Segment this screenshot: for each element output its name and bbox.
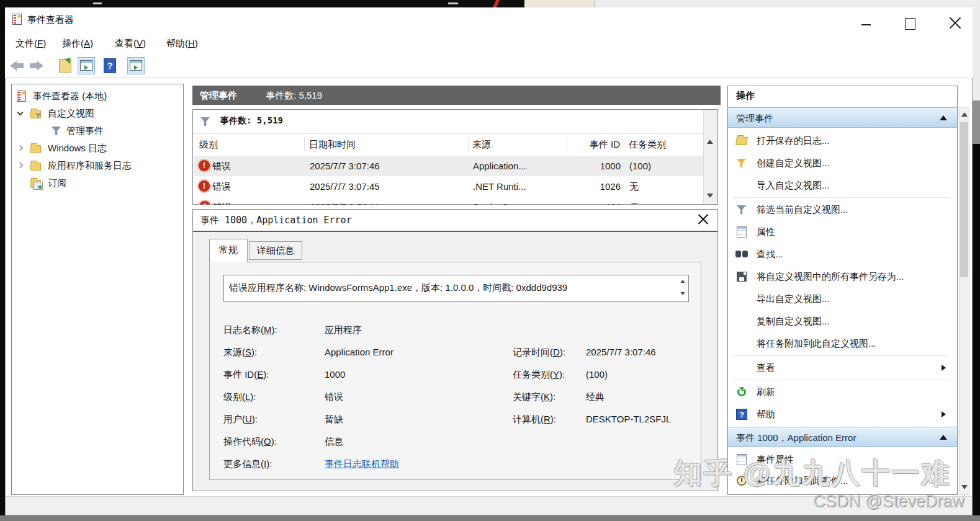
console-tree-icon bbox=[80, 60, 92, 71]
scroll-up-icon[interactable] bbox=[681, 280, 685, 283]
event-row[interactable]: 错误 2025/7/7 3:07:46 Application... 1000 … bbox=[194, 156, 704, 176]
tree-item-label: 订阅 bbox=[48, 175, 66, 191]
action-attach-task-to-custom-view[interactable]: 将任务附加到此自定义视图... bbox=[728, 332, 957, 355]
cell-source: Application... bbox=[473, 156, 526, 176]
action-view[interactable]: 查看 bbox=[728, 357, 957, 379]
field-value-user: 暂缺 bbox=[325, 414, 343, 425]
view-title: 管理事件 bbox=[200, 90, 237, 100]
separator bbox=[733, 197, 949, 198]
title-bar[interactable] bbox=[5, 7, 973, 32]
show-hide-console-tree-button[interactable] bbox=[78, 57, 95, 74]
minimize-button[interactable] bbox=[861, 24, 871, 25]
action-refresh[interactable]: 刷新 bbox=[728, 381, 957, 403]
column-divider[interactable] bbox=[567, 137, 567, 151]
tab-general[interactable]: 常规 bbox=[209, 239, 248, 262]
collapse-icon[interactable] bbox=[940, 115, 947, 120]
action-properties[interactable]: 属性 bbox=[728, 221, 957, 243]
open-saved-log-icon[interactable] bbox=[59, 59, 71, 73]
maximize-button[interactable] bbox=[905, 18, 915, 30]
field-label-more-info: 更多信息(I): bbox=[223, 458, 272, 470]
detail-content: 错误应用程序名称: WindowsFormsApp1.exe，版本: 1.0.0… bbox=[209, 262, 701, 480]
toolbar bbox=[5, 56, 973, 78]
action-import-custom-view[interactable]: 导入自定义视图... bbox=[728, 174, 957, 197]
detail-close-button[interactable] bbox=[698, 214, 709, 225]
show-hide-action-pane-button[interactable] bbox=[127, 57, 145, 74]
forward-button[interactable] bbox=[29, 61, 43, 71]
column-level[interactable]: 级别 bbox=[199, 134, 218, 154]
scroll-up-icon[interactable] bbox=[707, 140, 713, 144]
open-folder-icon bbox=[735, 137, 748, 145]
event-row-clipped[interactable]: 错误 2025/7/7 3:58:11 DeviceSet... 131 无 bbox=[194, 197, 704, 205]
section-event-1000[interactable]: 事件 1000，Application Error bbox=[728, 427, 957, 447]
tree-item-label: Windows 日志 bbox=[48, 140, 107, 156]
scrollbar-thumb[interactable] bbox=[960, 122, 968, 277]
column-task[interactable]: 任务类别 bbox=[629, 134, 666, 154]
actions-title: 操作 bbox=[736, 90, 755, 102]
field-value-logged: 2025/7/7 3:07:46 bbox=[586, 347, 656, 357]
field-label-logged: 记录时间(D): bbox=[513, 347, 565, 358]
cell-level: 错误 bbox=[212, 156, 231, 176]
menu-view[interactable]: 查看(V) bbox=[115, 38, 146, 50]
background-right-edge bbox=[973, 100, 980, 144]
submenu-arrow-icon bbox=[942, 365, 946, 371]
column-event-id[interactable]: 事件 ID bbox=[572, 134, 620, 154]
action-filter-current-custom-view[interactable]: 筛选当前自定义视图... bbox=[728, 198, 957, 221]
folder-icon bbox=[30, 163, 41, 171]
field-value-source: Application Error bbox=[325, 347, 393, 357]
events-scrollbar[interactable] bbox=[703, 110, 717, 204]
scroll-down-icon[interactable] bbox=[961, 485, 968, 489]
subscription-icon bbox=[33, 182, 43, 190]
event-log-online-help-link[interactable]: 事件日志联机帮助 bbox=[325, 458, 399, 470]
event-row[interactable]: 错误 2025/7/7 3:07:45 .NET Runti... 1026 无 bbox=[194, 176, 704, 197]
menu-file[interactable]: 文件(F) bbox=[16, 38, 46, 50]
detail-header: 事件 1000，Application Error bbox=[193, 210, 717, 232]
scroll-down-icon[interactable] bbox=[681, 292, 685, 295]
field-label-computer: 计算机(R): bbox=[513, 414, 556, 425]
column-divider[interactable] bbox=[468, 137, 469, 151]
detail-title: 事件 1000，Application Error bbox=[200, 215, 352, 226]
event-detail-pane: 事件 1000，Application Error 常规 详细信息 错误应用程序… bbox=[192, 209, 718, 491]
chevron-right-icon[interactable] bbox=[17, 145, 24, 151]
column-datetime[interactable]: 日期和时间 bbox=[309, 134, 356, 154]
background-right-edge bbox=[973, 7, 980, 100]
menu-action[interactable]: 操作(A) bbox=[62, 38, 93, 50]
tab-details[interactable]: 详细信息 bbox=[249, 241, 302, 260]
forward-icon bbox=[37, 61, 43, 71]
scroll-down-icon[interactable] bbox=[707, 194, 713, 198]
action-export-custom-view[interactable]: 导出自定义视图... bbox=[728, 288, 957, 310]
collapse-icon[interactable] bbox=[940, 435, 947, 440]
action-help[interactable]: 帮助 bbox=[728, 403, 957, 425]
event-description: 错误应用程序名称: WindowsFormsApp1.exe，版本: 1.0.0… bbox=[229, 282, 567, 294]
back-button[interactable] bbox=[10, 61, 25, 71]
field-value-task-category: (100) bbox=[586, 369, 608, 380]
column-divider[interactable] bbox=[624, 137, 624, 151]
field-label-user: 用户(U): bbox=[223, 414, 258, 425]
background-dash bbox=[93, 2, 102, 4]
menu-help[interactable]: 帮助(H) bbox=[166, 38, 198, 50]
actions-scrollbar[interactable] bbox=[959, 107, 969, 495]
error-icon bbox=[199, 160, 210, 171]
error-icon bbox=[199, 180, 210, 192]
action-create-custom-view[interactable]: 创建自定义视图... bbox=[728, 152, 957, 174]
help-icon[interactable] bbox=[104, 58, 116, 73]
description-scrollbar[interactable] bbox=[679, 278, 686, 300]
action-open-saved-log[interactable]: 打开保存的日志... bbox=[728, 130, 957, 152]
action-find[interactable]: 查找... bbox=[728, 243, 957, 265]
column-divider[interactable] bbox=[304, 137, 305, 151]
column-source[interactable]: 来源 bbox=[472, 134, 491, 154]
help-icon bbox=[736, 409, 747, 420]
action-save-all-events-as[interactable]: 将自定义视图中的所有事件另存为... bbox=[728, 265, 957, 288]
filter-icon bbox=[737, 205, 746, 214]
action-copy-custom-view[interactable]: 复制自定义视图... bbox=[728, 310, 957, 332]
actions-panel: 操作 管理事件 打开保存的日志... 创建自定义视图... 导入自定义视图...… bbox=[727, 86, 958, 495]
chevron-down-icon[interactable] bbox=[17, 110, 24, 116]
scroll-up-icon[interactable] bbox=[961, 112, 968, 117]
cell-source: .NET Runti... bbox=[473, 176, 526, 197]
background-segment bbox=[594, 0, 980, 7]
cell-datetime: 2025/7/7 3:07:46 bbox=[310, 156, 380, 176]
close-button[interactable] bbox=[948, 16, 962, 30]
chevron-right-icon[interactable] bbox=[17, 163, 24, 169]
cell-level: 错误 bbox=[212, 176, 231, 197]
section-administrative-events[interactable]: 管理事件 bbox=[728, 107, 957, 128]
event-description-box[interactable]: 错误应用程序名称: WindowsFormsApp1.exe，版本: 1.0.0… bbox=[223, 275, 689, 302]
